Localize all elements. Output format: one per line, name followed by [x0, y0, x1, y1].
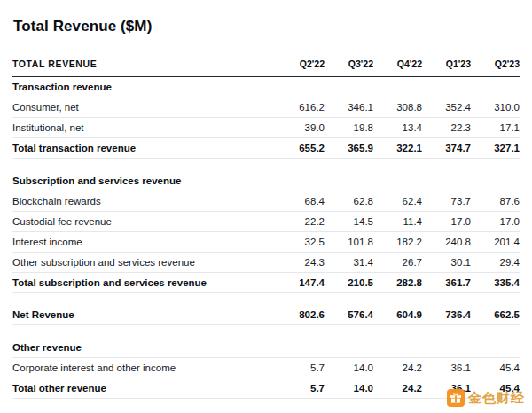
spacer-cell — [12, 292, 520, 305]
value-cell: 22.3 — [422, 118, 471, 138]
empty-cell — [373, 77, 422, 97]
row-label: Total other revenue — [12, 378, 276, 398]
row-label: Transaction revenue — [12, 77, 276, 97]
value-cell: 101.8 — [325, 231, 373, 252]
value-cell: 26.7 — [373, 252, 422, 272]
watermark: 金色财经 — [447, 389, 525, 407]
empty-cell — [325, 338, 373, 358]
row-label: Consumer, net — [12, 97, 276, 118]
row-label: Subscription and services revenue — [12, 171, 276, 191]
table-row-total: Total subscription and services revenue1… — [12, 272, 520, 292]
value-cell: 13.4 — [373, 118, 422, 138]
row-label: Total subscription and services revenue — [12, 272, 276, 292]
table-row-data: Custodial fee revenue22.214.511.417.017.… — [12, 211, 520, 231]
value-cell: 365.9 — [325, 138, 373, 159]
row-label: Institutional, net — [12, 118, 276, 138]
revenue-table: TOTAL REVENUEQ2'22Q3'22Q4'22Q1'23Q2'23 T… — [12, 53, 520, 413]
value-cell: 662.5 — [471, 305, 520, 325]
empty-cell — [471, 77, 520, 97]
value-cell: 616.2 — [276, 97, 325, 118]
value-cell: 210.5 — [325, 272, 373, 292]
value-cell: 310.0 — [471, 97, 520, 118]
table-row-total: Net Revenue802.6576.4604.9736.4662.5 — [12, 305, 520, 325]
empty-cell — [422, 77, 471, 97]
table-row-section: Transaction revenue — [12, 77, 520, 97]
row-label: Interest income — [12, 231, 276, 252]
table-row-data: Blockchain rewards68.462.862.473.787.6 — [12, 191, 520, 211]
spacer-row — [12, 292, 520, 305]
value-cell: 604.9 — [373, 305, 422, 325]
value-cell: 322.1 — [373, 138, 422, 159]
empty-cell — [373, 338, 422, 358]
value-cell: 17.1 — [471, 118, 520, 138]
table-row-data: Other subscription and services revenue2… — [12, 252, 520, 272]
value-cell: 11.4 — [373, 211, 422, 231]
spacer-row — [12, 325, 520, 338]
value-cell: 17.0 — [471, 211, 520, 231]
value-cell: 29.4 — [471, 252, 520, 272]
column-header: Q2'23 — [471, 53, 520, 77]
value-cell: 346.1 — [325, 97, 373, 118]
table-header-row: TOTAL REVENUEQ2'22Q3'22Q4'22Q1'23Q2'23 — [12, 53, 520, 77]
report-page: Total Revenue ($M) TOTAL REVENUEQ2'22Q3'… — [0, 0, 532, 413]
value-cell: 736.4 — [422, 305, 471, 325]
empty-cell — [276, 171, 325, 191]
value-cell: 147.4 — [276, 272, 325, 292]
page-title: Total Revenue ($M) — [13, 18, 520, 35]
value-cell: 374.7 — [422, 138, 471, 159]
value-cell: 14.0 — [325, 357, 373, 378]
empty-cell — [373, 171, 422, 191]
value-cell: 182.2 — [373, 231, 422, 252]
value-cell: 36.1 — [422, 357, 471, 378]
value-cell: 576.4 — [325, 305, 373, 325]
value-cell: 39.0 — [276, 118, 325, 138]
table-head: TOTAL REVENUEQ2'22Q3'22Q4'22Q1'23Q2'23 — [12, 53, 520, 77]
spacer-cell — [12, 159, 520, 171]
empty-cell — [325, 171, 373, 191]
value-cell: 5.7 — [276, 378, 325, 398]
table-row-section: Other revenue — [12, 338, 520, 358]
empty-cell — [276, 77, 325, 97]
value-cell: 19.8 — [325, 118, 373, 138]
value-cell: 14.0 — [325, 378, 373, 398]
value-cell: 5.7 — [276, 357, 325, 378]
value-cell: 282.8 — [373, 272, 422, 292]
value-cell: 802.6 — [276, 305, 325, 325]
value-cell: 201.4 — [471, 231, 520, 252]
table-row-section: Subscription and services revenue — [12, 171, 520, 191]
spacer-cell — [12, 325, 520, 338]
value-cell: 24.2 — [373, 357, 422, 378]
value-cell: 24.2 — [373, 378, 422, 398]
spacer-cell — [12, 398, 520, 410]
value-cell: 22.2 — [276, 211, 325, 231]
value-cell: 352.4 — [422, 97, 471, 118]
empty-cell — [471, 338, 520, 358]
row-label: Corporate interest and other income — [12, 357, 276, 378]
value-cell: 32.5 — [276, 231, 325, 252]
value-cell: 361.7 — [422, 272, 471, 292]
table-row-total: Total other revenue5.714.024.236.145.4 — [12, 378, 520, 398]
spacer-row — [12, 159, 520, 171]
empty-cell — [422, 338, 471, 358]
value-cell: 62.4 — [373, 191, 422, 211]
gift-box-icon — [447, 389, 465, 407]
value-cell: 17.0 — [422, 211, 471, 231]
row-label: Total transaction revenue — [12, 138, 276, 159]
value-cell: 240.8 — [422, 231, 471, 252]
value-cell: 45.4 — [471, 357, 520, 378]
value-cell: 87.6 — [471, 191, 520, 211]
value-cell: 655.2 — [276, 138, 325, 159]
table-row-data: Institutional, net39.019.813.422.317.1 — [12, 118, 520, 138]
empty-cell — [325, 77, 373, 97]
column-header: Q3'22 — [325, 53, 373, 77]
value-cell: 327.1 — [471, 138, 520, 159]
value-cell: 30.1 — [422, 252, 471, 272]
table-title-cell: TOTAL REVENUE — [12, 53, 276, 77]
table-body: Transaction revenueConsumer, net616.2346… — [12, 77, 520, 413]
value-cell: 31.4 — [325, 252, 373, 272]
table-row-total: Total transaction revenue655.2365.9322.1… — [12, 138, 520, 159]
row-label: Other subscription and services revenue — [12, 252, 276, 272]
empty-cell — [276, 338, 325, 358]
row-label: Custodial fee revenue — [12, 211, 276, 231]
empty-cell — [422, 171, 471, 191]
